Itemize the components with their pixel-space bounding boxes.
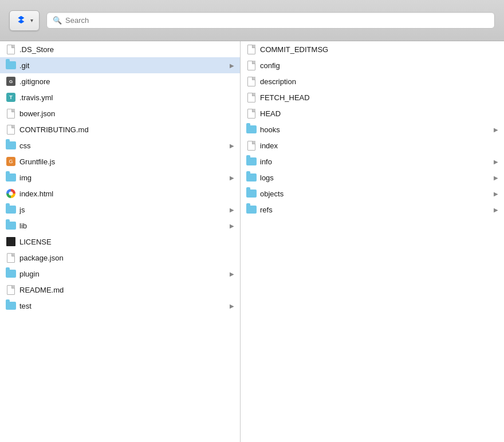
item-name: logs (260, 173, 494, 182)
list-item[interactable]: LICENSE (0, 234, 240, 250)
list-item[interactable]: G .gitignore (0, 73, 240, 89)
item-name: img (19, 173, 230, 182)
chevron-right-icon: ▶ (494, 159, 498, 165)
item-icon: G (6, 76, 16, 86)
file-icon (7, 253, 15, 263)
item-icon (6, 252, 16, 263)
left-column: .DS_Store .git ▶ G .gitignore T .travis.… (0, 41, 241, 442)
chevron-down-icon: ▾ (30, 17, 33, 23)
folder-icon (6, 173, 16, 181)
list-item[interactable]: HEAD (241, 105, 504, 121)
list-item[interactable]: hooks ▶ (241, 121, 504, 137)
item-name: info (260, 157, 494, 166)
folder-icon (246, 206, 257, 214)
chevron-right-icon: ▶ (230, 207, 234, 213)
item-icon (246, 108, 257, 119)
list-item[interactable]: refs ▶ (241, 202, 504, 218)
list-item[interactable]: COMMIT_EDITMSG (241, 41, 504, 57)
list-item[interactable]: js ▶ (0, 202, 240, 218)
item-icon (6, 204, 16, 215)
item-name: description (260, 77, 498, 86)
folder-icon (246, 157, 257, 165)
item-icon (6, 172, 16, 183)
item-name: test (19, 302, 230, 310)
item-name: lib (19, 222, 230, 230)
list-item[interactable]: FETCH_HEAD (241, 89, 504, 105)
list-item[interactable]: lib ▶ (0, 218, 240, 234)
chevron-right-icon: ▶ (230, 62, 234, 69)
chevron-right-icon: ▶ (494, 207, 498, 213)
folder-icon (6, 222, 16, 230)
item-icon (6, 140, 16, 151)
item-icon: G (6, 156, 16, 167)
chevron-right-icon: ▶ (230, 175, 234, 181)
list-item[interactable]: info ▶ (241, 153, 504, 169)
chevron-right-icon: ▶ (230, 303, 234, 309)
item-name: bower.json (19, 109, 234, 118)
list-item[interactable]: test ▶ (0, 298, 240, 314)
item-icon (246, 156, 257, 167)
chevron-right-icon: ▶ (494, 191, 498, 197)
chevron-right-icon: ▶ (494, 127, 498, 133)
list-item[interactable]: config (241, 57, 504, 73)
file-icon (7, 109, 15, 119)
list-item[interactable]: G Gruntfile.js (0, 153, 240, 169)
file-icon (247, 61, 255, 70)
item-name: plugin (19, 270, 230, 278)
item-name: index (260, 141, 498, 150)
dropbox-button[interactable]: ▾ (9, 10, 40, 31)
list-item[interactable]: T .travis.yml (0, 89, 240, 105)
list-item[interactable]: package.json (0, 250, 240, 266)
folder-icon (6, 206, 16, 214)
item-icon (246, 140, 257, 151)
item-name: hooks (260, 125, 494, 134)
item-icon (246, 172, 257, 183)
file-icon (7, 45, 15, 54)
grunt-icon: G (6, 157, 15, 166)
file-icon (247, 141, 255, 151)
item-icon: T (6, 92, 16, 102)
file-icon (247, 109, 255, 119)
list-item[interactable]: bower.json (0, 105, 240, 121)
list-item[interactable]: .git ▶ (0, 57, 240, 73)
file-icon (247, 45, 255, 54)
item-icon (246, 76, 257, 86)
item-name: Gruntfile.js (19, 157, 234, 166)
item-icon (246, 124, 257, 135)
folder-icon (6, 302, 16, 310)
list-item[interactable]: img ▶ (0, 169, 240, 186)
list-item[interactable]: css ▶ (0, 137, 240, 153)
list-item[interactable]: logs ▶ (241, 169, 504, 186)
folder-icon (246, 125, 257, 133)
list-item[interactable]: .DS_Store (0, 41, 240, 57)
item-icon (6, 301, 16, 311)
item-name: .travis.yml (19, 93, 234, 102)
chevron-right-icon: ▶ (230, 143, 234, 149)
item-name: refs (260, 206, 494, 214)
list-item[interactable]: index.html (0, 186, 240, 202)
chrome-icon (6, 189, 15, 198)
list-item[interactable]: objects ▶ (241, 186, 504, 202)
item-name: LICENSE (19, 238, 234, 246)
chevron-right-icon: ▶ (230, 271, 234, 277)
search-icon: 🔍 (53, 16, 62, 25)
license-icon (6, 237, 15, 246)
item-icon (6, 124, 16, 135)
item-name: README.md (19, 286, 234, 294)
item-icon (246, 92, 257, 102)
item-name: CONTRIBUTING.md (19, 125, 234, 134)
list-item[interactable]: CONTRIBUTING.md (0, 121, 240, 137)
item-name: .gitignore (19, 77, 234, 86)
list-item[interactable]: README.md (0, 282, 240, 298)
item-name: config (260, 61, 498, 70)
list-item[interactable]: index (241, 137, 504, 153)
item-icon (6, 285, 16, 295)
folder-icon (246, 173, 257, 181)
list-item[interactable]: plugin ▶ (0, 266, 240, 282)
search-input[interactable] (65, 16, 489, 25)
search-bar[interactable]: 🔍 (46, 12, 495, 29)
list-item[interactable]: description (241, 73, 504, 89)
chevron-right-icon: ▶ (230, 223, 234, 229)
file-icon (247, 93, 255, 102)
item-icon (6, 236, 16, 247)
